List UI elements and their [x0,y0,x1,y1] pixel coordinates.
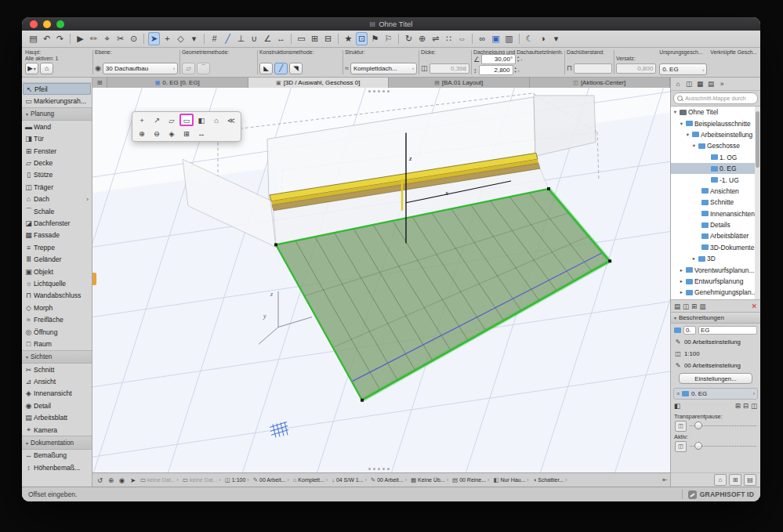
toolbar-icon[interactable]: ✂ [114,32,126,45]
pivot-height-field[interactable]: 2,800 [479,65,513,75]
toolbar-icon[interactable]: ⇔ [456,32,468,45]
view-tab[interactable]: ▣ [3D / Auswahl, Geschoss 0] [248,78,390,88]
toolbox-item[interactable]: ◪ Dachfenster [22,217,92,229]
toolbox-item[interactable]: ≡ Treppe [22,241,92,253]
toolbox-item[interactable]: ◉ Detail [22,400,92,411]
pet-palette-icon[interactable]: ⊕ [135,127,149,139]
toolbar-icon[interactable]: ∠ [262,32,274,45]
tree-item[interactable]: 3D-Dokumente [671,242,760,253]
thickness-field[interactable]: 0,398 [430,63,469,74]
toolbox-item[interactable]: ✂ Schnitt [22,364,92,375]
slider-handle[interactable] [694,422,702,429]
construction-method-2-button[interactable]: ╱ [274,63,288,74]
trace-icon[interactable]: ⊞ [735,402,741,410]
disclosure-icon[interactable]: ▾ [672,109,678,115]
toolbar-icon[interactable]: ⚑ [369,32,381,45]
toolbar-icon[interactable]: ∪ [248,32,260,45]
close-button[interactable] [30,20,38,28]
pet-palette-icon[interactable]: ↗ [150,114,164,126]
pet-palette-icon[interactable]: ⊞ [179,127,194,139]
pet-palette-icon[interactable]: + [135,114,149,126]
navigator-toolbar-icon[interactable]: ◫ [684,80,694,88]
overhang-field[interactable] [574,63,612,74]
toolbox-item[interactable]: ↖ Pfeil [23,83,91,95]
story-number-field[interactable]: 0. [683,326,696,335]
toolbar-icon[interactable]: ◇ [175,32,187,45]
toolbox-item[interactable]: ☼ Lichtquelle [22,277,92,289]
tree-item[interactable]: Arbeitsblätter [671,230,760,241]
navigator-action-icon[interactable]: ✕ [751,302,757,310]
toolbox-item[interactable]: □ Raum [22,338,92,349]
toolbar-icon[interactable]: ▾ [188,32,200,45]
pitch-angle-field[interactable]: 30,00° [481,54,516,64]
toolbar-icon[interactable]: ▭ [295,32,307,45]
settings-button[interactable]: Einstellungen... [679,373,752,384]
tree-item[interactable]: ▸ 3D [671,253,760,264]
story-name-field[interactable]: EG [698,326,757,335]
toolbox-item[interactable]: ◨ Tür [22,133,92,145]
pet-palette-icon[interactable]: ⌂ [209,114,223,126]
toolbar-icon[interactable] [472,34,473,44]
toolbox-item[interactable]: ⊓ Wandabschluss [22,290,92,302]
toolbox-item[interactable]: ◫ Träger [22,181,92,193]
disclosure-icon[interactable]: ▸ [679,278,684,284]
toolbar-icon[interactable] [398,34,399,44]
toolbar-icon[interactable] [204,34,205,44]
trace-icon[interactable]: ⊟ [743,402,749,410]
disclosure-icon[interactable]: ▾ [685,132,691,138]
view-tab[interactable]: ▤ [BA.01 Layout] [389,78,530,88]
quick-option[interactable]: ▤ 00 Reine... › [451,475,491,485]
description-row[interactable]: ◫ 1:100 [671,348,760,359]
pet-palette-icon[interactable]: ↔ [194,127,208,139]
quick-option[interactable]: ◑ Schattier... › [531,475,569,485]
tree-item[interactable]: Schnitte [671,197,760,208]
panel-footer-icon[interactable]: ⌂ [714,474,727,486]
quick-option[interactable]: ↓ 04 S/W 1... › [330,475,368,485]
quick-option[interactable]: ▭ keine Dat... › [139,475,180,485]
3d-viewport[interactable]: z x z y [92,88,670,472]
tree-item[interactable]: 1. OG [671,152,760,163]
construction-method-3-button[interactable]: ◥ [289,63,303,74]
toolbar-icon[interactable]: ⊕ [416,32,428,45]
toolbar-icon[interactable]: ↷ [54,32,66,45]
toolbar-icon[interactable]: ↶ [41,32,53,45]
tree-item[interactable]: Ansichten [671,186,760,197]
toolbar-icon[interactable]: + [161,32,173,45]
transparency-slider[interactable]: ◫ [671,420,760,432]
toolbox-item[interactable]: ▤ Arbeitsblatt [22,412,92,424]
toolbox-item[interactable]: ◈ Innenansicht [22,388,92,400]
toolbar-icon[interactable]: ⚐ [382,32,394,45]
toolbar-icon[interactable] [519,34,520,44]
toolbar-icon[interactable]: # [208,32,220,45]
toolbox-item[interactable]: ▭ Markierungsrah... [22,95,92,107]
toolbox-item[interactable]: ⊞ Fenster [22,145,92,157]
tree-item[interactable]: Innenansichten [671,208,760,219]
status-icon[interactable]: ⊕ [106,476,116,484]
offset-field[interactable]: 0,800 [616,63,656,74]
toolbar-icon[interactable]: ⊞ [309,32,321,45]
quick-option[interactable]: ◧ Nur Hau... › [491,475,530,485]
structure-dropdown[interactable]: Komplettdach... › [350,63,417,74]
toolbar-icon[interactable]: ➤ [148,32,160,45]
toolbox-item[interactable]: ◇ Morph [22,302,92,313]
toolbox-item[interactable]: ↕ Höhenbemaß... [22,461,92,473]
quick-option[interactable]: ⌂ Komplett... › [292,475,329,485]
minimize-button[interactable] [43,20,51,28]
navigator-toolbar-icon[interactable]: ▤ [706,80,716,88]
toolbar-icon[interactable]: ╱ [222,32,234,45]
layer-dropdown[interactable]: 30 Dachaufbau › [103,63,178,74]
toolbar-icon[interactable]: ∞ [477,32,488,45]
pet-palette-icon[interactable]: ◧ [194,114,208,126]
favorites-button[interactable]: ⌂ [40,63,53,74]
search-field[interactable]: Ausschnitt-Mappe durch [673,92,758,104]
tab-overview-button[interactable]: ⊞ [92,78,107,88]
tree-item[interactable]: ▸ Genehmigungsplan... [671,287,760,298]
toolbar-icon[interactable]: ⊥ [235,32,247,45]
quick-option[interactable]: ✎ 00 Arbeit... › [252,475,291,485]
toolbox-item[interactable]: ▬ Wand [22,121,92,132]
toolbar-icon[interactable] [143,34,144,44]
toolbar-icon[interactable]: ◑ [537,32,549,45]
toolbox-item[interactable]: ◎ Öffnung [22,326,92,338]
toolbar-icon[interactable] [291,34,292,44]
toolbox-item[interactable]: Ⅲ Geländer [22,253,92,265]
